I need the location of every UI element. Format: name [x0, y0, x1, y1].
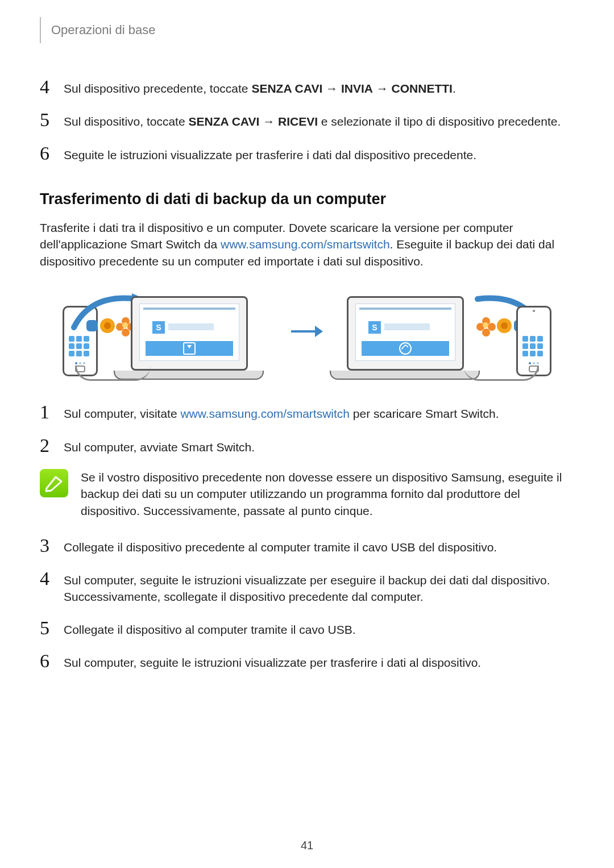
step-text: Collegate il dispositivo al computer tra… [64, 618, 574, 638]
bold-text: CONNETTI [392, 82, 453, 95]
arrow-text: → [373, 82, 392, 95]
step-number: 6 [40, 144, 64, 163]
list-item: 4 Sul dispositivo precedente, toccate SE… [40, 77, 574, 97]
note-text: Se il vostro dispositivo precedente non … [81, 469, 574, 519]
text: . [453, 82, 456, 95]
usb-cable-icon [463, 366, 539, 381]
note-callout: Se il vostro dispositivo precedente non … [40, 469, 574, 519]
page-number: 41 [0, 839, 614, 852]
bold-text: SENZA CAVI [188, 115, 259, 128]
arrow-right-icon [290, 325, 324, 338]
text: Sul dispositivo, toccate [64, 115, 188, 128]
step-text: Seguite le istruzioni visualizzate per t… [64, 144, 574, 163]
step-number: 4 [40, 569, 64, 588]
usb-cable-icon [75, 366, 151, 381]
smartswitch-badge: S [368, 321, 381, 334]
note-icon [40, 469, 68, 497]
list-item: 2 Sul computer, avviate Smart Switch. [40, 436, 574, 455]
step-number: 6 [40, 651, 64, 671]
step-text: Sul dispositivo, toccate SENZA CAVI → RI… [64, 110, 574, 130]
illustration-export-panel: S [63, 283, 273, 380]
bold-text: SENZA CAVI [251, 82, 322, 95]
laptop-icon: S [131, 296, 264, 380]
breadcrumb: Operazioni di base [40, 17, 574, 43]
step-text: Sul dispositivo precedente, toccate SENZ… [64, 77, 574, 97]
app-flower-icon [478, 317, 495, 334]
text: e selezionate il tipo di dispositivo pre… [318, 115, 561, 128]
step-text: Sul computer, seguite le istruzioni visu… [64, 651, 574, 671]
bold-text: RICEVI [278, 115, 318, 128]
list-item: 5 Sul dispositivo, toccate SENZA CAVI → … [40, 110, 574, 130]
smartswitch-badge: S [152, 321, 165, 334]
pc-steps-list-cont: 3 Collegate il dispositivo precedente al… [40, 536, 574, 671]
smartswitch-link[interactable]: www.samsung.com/smartswitch [180, 407, 350, 420]
step-text: Collegate il dispositivo precedente al c… [64, 536, 574, 555]
app-tile-icon [86, 320, 98, 331]
smartswitch-link[interactable]: www.samsung.com/smartswitch [221, 238, 390, 251]
transfer-illustration: S S [40, 283, 574, 380]
page-section-title: Operazioni di base [51, 23, 155, 38]
step-number: 5 [40, 110, 64, 130]
step-number: 5 [40, 618, 64, 638]
section-heading: Trasferimento di dati di backup da un co… [40, 190, 574, 208]
export-icon [183, 342, 196, 355]
wireless-steps-list: 4 Sul dispositivo precedente, toccate SE… [40, 77, 574, 163]
list-item: 6 Sul computer, seguite le istruzioni vi… [40, 651, 574, 671]
step-number: 4 [40, 77, 64, 97]
list-item: 5 Collegate il dispositivo al computer t… [40, 618, 574, 638]
laptop-icon: S [347, 296, 480, 380]
arrow-text: → [259, 115, 278, 128]
list-item: 4 Sul computer, seguite le istruzioni vi… [40, 569, 574, 605]
illustration-import-panel: S [341, 283, 551, 380]
import-icon [399, 342, 412, 355]
bold-text: INVIA [341, 82, 373, 95]
arrow-text: → [322, 82, 341, 95]
step-text: Sul computer, avviate Smart Switch. [64, 436, 574, 455]
intro-paragraph: Trasferite i dati tra il dispositivo e u… [40, 219, 574, 269]
step-text: Sul computer, seguite le istruzioni visu… [64, 569, 574, 605]
list-item: 1 Sul computer, visitate www.samsung.com… [40, 402, 574, 422]
step-number: 1 [40, 402, 64, 422]
text: Sul dispositivo precedente, toccate [64, 82, 251, 95]
text: Sul computer, visitate [64, 407, 180, 420]
step-number: 2 [40, 436, 64, 455]
app-circle-icon [100, 318, 115, 333]
list-item: 3 Collegate il dispositivo precedente al… [40, 536, 574, 555]
step-text: Sul computer, visitate www.samsung.com/s… [64, 402, 574, 422]
text: per scaricare Smart Switch. [350, 407, 499, 420]
list-item: 6 Seguite le istruzioni visualizzate per… [40, 144, 574, 163]
pc-steps-list: 1 Sul computer, visitate www.samsung.com… [40, 402, 574, 455]
step-number: 3 [40, 536, 64, 555]
app-icons [86, 317, 134, 334]
app-circle-icon [497, 318, 512, 333]
